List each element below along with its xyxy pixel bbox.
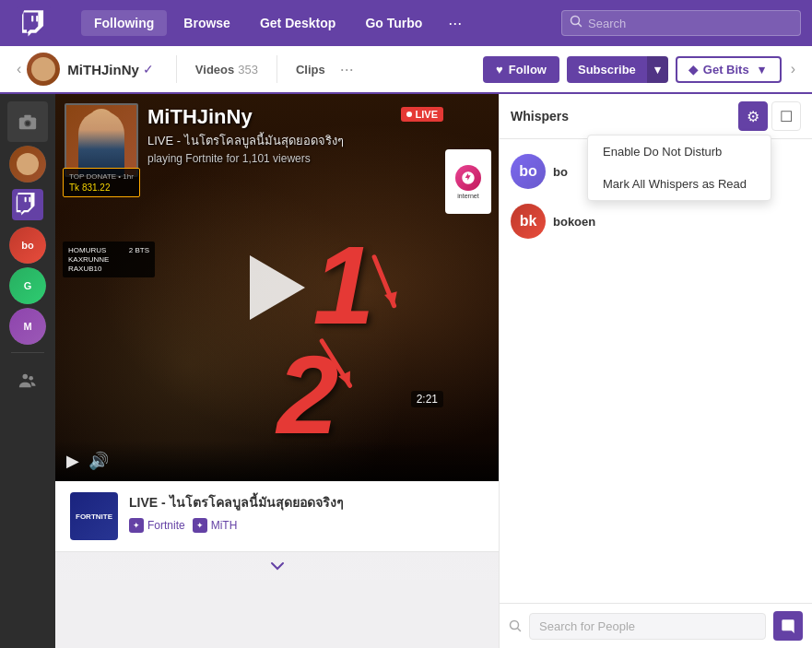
videos-label: Videos [195,63,234,77]
donation-label: TOP DONATE • 1hr [69,172,134,181]
live-label: LIVE [416,109,438,120]
search-bar[interactable] [561,10,801,36]
leaderboard-row-1: HOMURUS 2 BTS [68,246,149,254]
whispers-title: Whispers [511,109,569,124]
channel-tab-more[interactable]: ··· [333,60,361,79]
nav-following[interactable]: Following [81,10,167,36]
channel-prev-arrow[interactable]: ‹ [11,61,27,77]
dropdown-dnd[interactable]: Enable Do Not Disturb [588,135,771,168]
svg-rect-1 [36,16,38,21]
subscribe-button[interactable]: Subscribe ▾ [567,56,668,83]
top-navigation: Following Browse Get Desktop Go Turbo ··… [0,0,812,46]
channel-avatar [27,53,60,86]
whispers-header: Whispers ⚙ ☐ [500,94,812,139]
heart-icon: ♥ [496,63,503,77]
channel-next-arrow[interactable]: › [785,61,801,77]
stream-playing-text: playing Fortnite for 1,101 viewers [147,152,344,165]
main-layout: bo G M [0,94,812,648]
whisper-info-2: bokoen [553,215,801,229]
play-button[interactable] [250,255,305,320]
verified-icon: ✓ [143,62,154,77]
stream-meta-info: LIVE - ไนโตรโคลบูลนี้มันสุดยอดจริงๆ ✦ Fo… [129,492,484,533]
fortnite-icon: ✦ [129,518,144,533]
channel-name[interactable]: MiTHJinNy [67,62,139,77]
svg-rect-9 [29,197,30,202]
dropdown-mark-read[interactable]: Mark All Whispers as Read [588,168,771,200]
ad-icon [455,165,481,191]
lb-name-1: HOMURUS [68,246,106,254]
subscribe-label: Subscribe [578,63,636,77]
nav-links: Following Browse Get Desktop Go Turbo ··… [81,8,554,39]
leaderboard-overlay: HOMURUS 2 BTS KAXRUNNE RAXUB10 [63,242,155,277]
sidebar-separator [11,352,44,353]
bits-button[interactable]: ◆ Get Bits ▾ [676,56,782,83]
lb-name-2: KAXRUNNE [68,255,109,264]
whisper-avatar-2: bk [511,204,546,239]
left-sidebar: bo G M [0,94,55,648]
new-message-button[interactable] [773,611,803,641]
sidebar-camera-icon[interactable] [7,101,48,142]
sidebar-friends-icon[interactable] [7,360,48,401]
subscribe-dropdown-arrow[interactable]: ▾ [647,56,668,83]
search-people-input[interactable] [529,613,766,640]
search-input[interactable] [588,17,793,30]
sidebar-twitch-icon[interactable] [9,186,46,223]
leaderboard-row-3: RAXUB10 [68,265,149,273]
video-controls: ▶ 🔊 [55,441,499,481]
mith-icon: ✦ [193,518,207,533]
nav-desktop[interactable]: Get Desktop [247,10,348,36]
svg-point-6 [26,122,30,126]
bits-label: Get Bits [703,63,749,77]
whisper-avatar-1: bo [511,154,546,189]
search-people-bar [500,603,812,648]
meta-tag-mith[interactable]: ✦ MiTH [193,518,238,533]
whispers-actions: ⚙ ☐ [738,101,801,131]
whispers-gear-button[interactable]: ⚙ [738,101,768,131]
scroll-more[interactable] [55,552,499,580]
meta-tag-fortnite[interactable]: ✦ Fortnite [129,518,185,533]
stream-live-subtitle: LIVE - ไนโตรโคลบูลนี้มันสุดยอดจริงๆ [147,131,344,150]
fortnite-label: Fortnite [147,519,185,532]
whisper-avatar-img-1: bo [511,154,546,189]
sidebar-avatar-3[interactable]: G [9,267,46,304]
sidebar-avatar-2[interactable]: bo [9,227,46,264]
follow-button[interactable]: ♥ Follow [483,56,559,83]
channel-tab-videos[interactable]: Videos 353 [188,59,265,80]
play-pause-button[interactable]: ▶ [66,451,79,471]
svg-rect-7 [24,115,30,119]
whisper-list: bo bo bk bokoen [500,139,812,603]
bits-dropdown-arrow[interactable]: ▾ [755,63,769,77]
videos-count: 353 [238,63,258,77]
svg-point-12 [29,376,33,381]
nav-more[interactable]: ··· [439,8,471,39]
stream-meta: FORTNITE LIVE - ไนโตรโคลบูลนี้มันสุดยอดจ… [55,481,499,552]
twitch-logo[interactable] [11,6,66,40]
volume-button[interactable]: 🔊 [88,451,109,471]
whisper-item-2[interactable]: bk bokoen [500,196,812,246]
search-icon [570,15,583,31]
streamer-body [78,111,124,175]
svg-rect-2 [31,16,33,21]
svg-rect-10 [25,197,27,202]
follow-label: Follow [509,63,547,77]
channel-bar: ‹ MiTHJinNy ✓ Videos 353 Clips ··· ♥ Fol… [0,46,812,94]
nav-browse[interactable]: Browse [171,10,243,36]
whispers-window-button[interactable]: ☐ [771,101,801,131]
channel-tab-clips[interactable]: Clips [288,59,333,80]
sidebar-avatar-1[interactable] [9,146,46,183]
stream-cam [65,103,138,177]
right-panel: Whispers ⚙ ☐ Enable Do Not Disturb Mark … [499,94,812,648]
channel-actions: ♥ Follow Subscribe ▾ ◆ Get Bits ▾ [483,56,782,83]
video-player[interactable]: MiTHJinNy LIVE - ไนโตรโคลบูลนี้มันสุดยอด… [55,94,499,481]
leaderboard-row-2: KAXRUNNE [68,255,149,264]
svg-point-11 [23,374,29,380]
game-thumbnail: FORTNITE [70,492,118,540]
whisper-avatar-img-2: bk [511,204,546,239]
channel-divider-2 [277,55,277,83]
nav-turbo[interactable]: Go Turbo [352,10,435,36]
live-dot [406,112,412,117]
lb-val-1: 2 BTS [129,246,149,254]
donation-overlay: TOP DONATE • 1hr Tk 831.22 [63,168,140,197]
whisper-name-2: bokoen [553,215,801,229]
sidebar-avatar-4[interactable]: M [9,308,46,345]
